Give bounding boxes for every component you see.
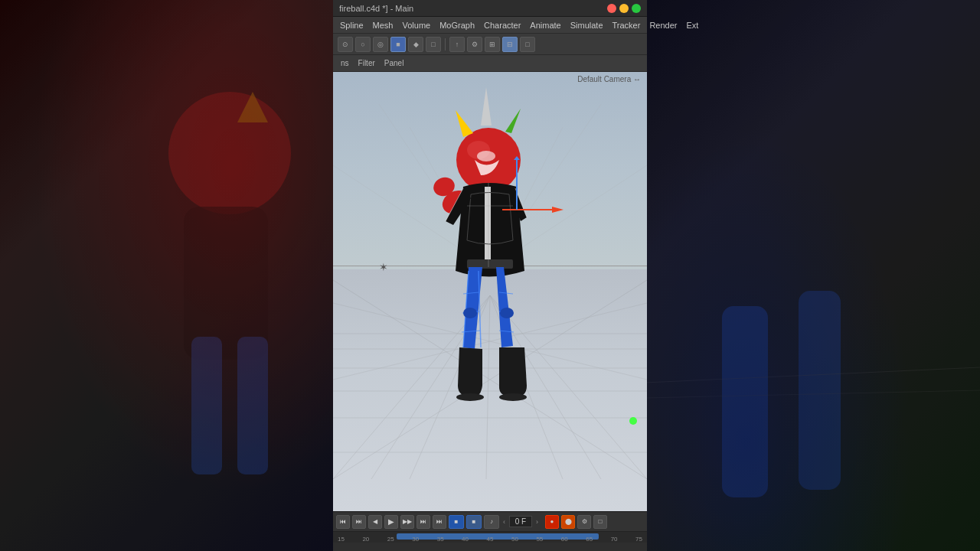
svg-point-49: [500, 308, 514, 318]
gizmo-y: [509, 156, 524, 210]
menu-mograph[interactable]: MoGraph: [436, 19, 479, 31]
menu-spline[interactable]: Spline: [336, 19, 368, 31]
svg-rect-40: [485, 187, 491, 263]
prev-key-button[interactable]: ⏭: [352, 515, 366, 529]
close-button[interactable]: [607, 4, 616, 13]
svg-marker-59: [514, 156, 520, 160]
main-window: fireball.c4d *] - Main Spline Mesh Volum…: [333, 0, 647, 551]
mode-btn-2[interactable]: ■: [466, 515, 482, 529]
tool-up[interactable]: ↑: [449, 37, 465, 52]
auto-key-button[interactable]: ⬤: [561, 515, 575, 529]
vp-filter[interactable]: Filter: [355, 58, 378, 68]
bg-left-character: [0, 0, 333, 551]
viewport[interactable]: Default Camera ↔: [333, 72, 647, 511]
tool-circle2[interactable]: ◎: [373, 37, 388, 52]
angle-bracket-left: ‹: [503, 518, 505, 526]
gizmo-point: [626, 413, 641, 429]
svg-point-50: [456, 393, 484, 401]
settings-button[interactable]: ⚙: [577, 515, 591, 529]
svg-marker-36: [456, 110, 473, 137]
menu-simulate[interactable]: Simulate: [567, 19, 607, 31]
transport-bar: ⏮ ⏭ ◀ ▶ ▶▶ ⏭ ⏭ ■ ■ ♪ ‹ 0 F › ● ⬤ ⚙ □: [333, 512, 647, 532]
ruler-label: 70: [611, 536, 618, 543]
toolbar: ⊙ ○ ◎ ■ ◆ □ ↑ ⚙ ⊞ ⊟ □: [333, 34, 647, 55]
angle-bracket-right: ›: [536, 518, 538, 526]
ruler-label: 40: [462, 536, 469, 543]
menu-ext[interactable]: Ext: [682, 19, 702, 31]
vp-panel[interactable]: Panel: [381, 58, 407, 68]
step-back-button[interactable]: ◀: [368, 515, 382, 529]
svg-point-48: [463, 308, 477, 318]
ruler-label: 15: [338, 536, 345, 543]
go-start-button[interactable]: ⏮: [336, 515, 350, 529]
ruler-label: 45: [487, 536, 494, 543]
crosshair-1: ✶: [379, 262, 388, 272]
tool-grid[interactable]: ⊞: [485, 37, 500, 52]
camera-label: Default Camera ↔: [577, 75, 641, 83]
menu-character[interactable]: Character: [480, 19, 524, 31]
bg-right-panel: [645, 0, 980, 551]
ruler-label: 50: [511, 536, 518, 543]
tool-circle[interactable]: ○: [355, 37, 371, 52]
viewport-bar: ns Filter Panel: [333, 55, 647, 72]
character-svg: [413, 87, 567, 470]
frame-counter[interactable]: 0 F: [509, 516, 532, 527]
play-button[interactable]: ▶: [384, 515, 398, 529]
menu-volume[interactable]: Volume: [398, 19, 434, 31]
timeline: ⏮ ⏭ ◀ ▶ ▶▶ ⏭ ⏭ ■ ■ ♪ ‹ 0 F › ● ⬤ ⚙ □: [333, 511, 647, 551]
vp-ns[interactable]: ns: [338, 58, 352, 68]
next-key-button[interactable]: ⏭: [416, 515, 430, 529]
tool-dot[interactable]: ◆: [408, 37, 423, 52]
svg-marker-57: [552, 207, 564, 213]
ruler-label: 30: [412, 536, 419, 543]
character: [413, 87, 567, 455]
svg-point-51: [499, 393, 527, 401]
title-bar: fireball.c4d *] - Main: [333, 0, 647, 17]
ruler-label: 55: [536, 536, 543, 543]
maximize-button[interactable]: [632, 4, 641, 13]
tool-gear[interactable]: ⚙: [467, 37, 482, 52]
tool-grid2[interactable]: ⊟: [502, 37, 518, 52]
ruler-label: 35: [437, 536, 444, 543]
title-controls: [607, 4, 641, 13]
bg-right-character: [645, 0, 980, 551]
svg-marker-32: [481, 87, 492, 126]
ruler-label: 60: [561, 536, 568, 543]
toolbar-divider1: [445, 38, 446, 51]
ruler-label: 65: [586, 536, 593, 543]
window-title: fireball.c4d *] - Main: [339, 4, 413, 13]
menu-render[interactable]: Render: [645, 19, 681, 31]
play-forward-button[interactable]: ▶▶: [400, 515, 414, 529]
tool-box[interactable]: □: [520, 37, 535, 52]
svg-point-35: [477, 151, 495, 161]
mode-btn-1[interactable]: ■: [449, 515, 464, 529]
tool-shape[interactable]: □: [426, 37, 441, 52]
bg-left-panel: [0, 0, 333, 551]
ruler-label: 25: [387, 536, 394, 543]
record-button[interactable]: ●: [545, 515, 559, 529]
tool-rotation[interactable]: ⊙: [338, 37, 353, 52]
svg-marker-37: [505, 109, 521, 133]
menu-animate[interactable]: Animate: [526, 19, 564, 31]
ruler-label: 20: [362, 536, 369, 543]
time-ruler[interactable]: 15 20 25 30 35 40 45 50 55 60 65 70 75: [333, 532, 647, 543]
svg-point-60: [629, 417, 637, 425]
menu-mesh[interactable]: Mesh: [369, 19, 397, 31]
audio-btn[interactable]: ♪: [484, 515, 499, 529]
extra-button[interactable]: □: [593, 515, 607, 529]
go-end-button[interactable]: ⏭: [433, 515, 446, 529]
ruler-label: 75: [635, 536, 642, 543]
menu-bar: Spline Mesh Volume MoGraph Character Ani…: [333, 17, 647, 34]
tool-active-blue[interactable]: ■: [390, 37, 406, 52]
minimize-button[interactable]: [619, 4, 629, 13]
menu-tracker[interactable]: Tracker: [609, 19, 645, 31]
